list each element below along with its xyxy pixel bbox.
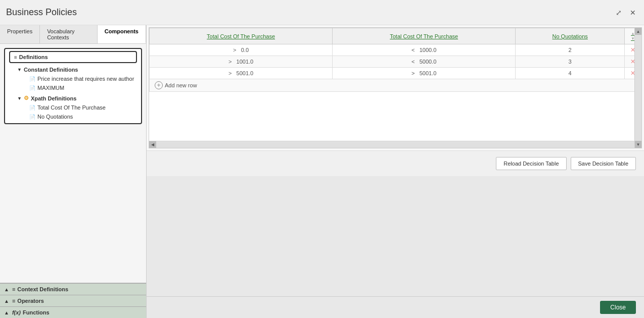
window-title: Business Policies [6,7,77,18]
definitions-list-icon: ≡ [14,55,17,60]
doc-icon-2: 📄 [29,85,35,91]
cell-result-r2: 3 [516,56,625,68]
functions-label: Functions [23,309,50,315]
functions-caret-icon: ▲ [4,310,9,315]
operators-label: Operators [17,298,44,304]
tree-area: ≡ Definitions ▼ Constant Definitions 📄 P… [0,44,146,283]
scroll-left-button[interactable]: ◀ [149,141,156,148]
cell-op2-r3: > 5001.0 [333,68,516,79]
doc-icon-4: 📄 [29,114,35,120]
main-window: Business Policies ⤢ ✕ Properties Vocabul… [0,0,644,318]
tree-item-label-no-quot: No Quotations [37,114,73,120]
doc-icon-1: 📄 [29,76,35,82]
decision-table: Total Cost Of The Purchase Total Cost Of… [149,28,641,92]
doc-icon-3: 📄 [29,105,35,111]
reload-decision-table-button[interactable]: Reload Decision Table [496,157,566,170]
bp-icon-list: ≡ [12,286,15,292]
tree-item-maximum[interactable]: 📄 MAXIMUM [13,83,141,92]
close-window-button[interactable]: ✕ [628,8,638,18]
add-row-label: Add new row [165,82,197,88]
tree-item-label-price: Price increase that requires new author [37,76,134,82]
constant-definitions-label: Constant Definitions [24,67,78,73]
operators-caret-icon: ▲ [4,298,9,304]
tree-item-no-quotations[interactable]: 📄 No Quotations [13,112,141,121]
add-row-row: + Add new row [150,79,641,92]
panel-operators[interactable]: ▲ ≡ Operators [0,295,146,306]
bp-icon-fn: f(x) [12,309,21,315]
cell-op1-r2: > 1001.0 [150,56,333,68]
main-content: Properties Vocabulary Contexts Component… [0,25,644,318]
cell-op2-r1: < 1000.0 [333,44,516,56]
add-row-cell[interactable]: + Add new row [150,79,641,92]
xpath-definitions-label: Xpath Definitions [31,95,76,101]
spacer [147,176,644,296]
definitions-label: Definitions [19,54,48,60]
col-header-3[interactable]: No Quotations [516,28,625,44]
xpath-gear-icon: ⚙ [24,95,29,101]
constant-definitions-group: ▼ Constant Definitions 📄 Price increase … [13,65,141,92]
action-area: Reload Decision Table Save Decision Tabl… [147,150,644,176]
table-row: > 0.0 < 1000.0 2 ✕ [150,44,641,56]
col-header-1[interactable]: Total Cost Of The Purchase [150,28,333,44]
scroll-up-button[interactable]: ▲ [635,28,642,35]
tab-components[interactable]: Components [98,25,146,43]
xpath-definitions-header[interactable]: ▼ ⚙ Xpath Definitions [13,93,141,103]
panel-functions[interactable]: ▲ f(x) Functions [0,306,146,318]
close-bar: Close [147,296,644,318]
cell-result-r3: 4 [516,68,625,79]
title-bar: Business Policies ⤢ ✕ [0,0,644,25]
right-panel: Total Cost Of The Purchase Total Cost Of… [147,25,644,318]
tab-bar: Properties Vocabulary Contexts Component… [0,25,146,44]
v-scrollbar: ▲ ▼ [634,28,641,148]
scroll-down-button[interactable]: ▼ [635,141,642,148]
col-header-2[interactable]: Total Cost Of The Purchase [333,28,516,44]
title-controls: ⤢ ✕ [614,8,638,18]
context-caret-icon: ▲ [4,287,9,292]
add-circle-icon: + [155,81,163,89]
tree-item-price-increase[interactable]: 📄 Price increase that requires new autho… [13,74,141,83]
cell-result-r1: 2 [516,44,625,56]
left-panel: Properties Vocabulary Contexts Component… [0,25,147,318]
add-row-button[interactable]: + Add new row [155,81,197,89]
definitions-header[interactable]: ≡ Definitions [9,51,137,63]
xpath-definitions-group: ▼ ⚙ Xpath Definitions 📄 Total Cost Of Th… [13,93,141,121]
tab-properties[interactable]: Properties [0,25,40,43]
definitions-group: ≡ Definitions ▼ Constant Definitions 📄 P… [4,48,142,124]
table-row: > 5001.0 > 5001.0 4 ✕ [150,68,641,79]
decision-table-container[interactable]: Total Cost Of The Purchase Total Cost Of… [149,27,642,148]
tab-vocabulary[interactable]: Vocabulary Contexts [40,25,98,43]
cell-op1-r1: > 0.0 [150,44,333,56]
bottom-panels: ▲ ≡ Context Definitions ▲ ≡ Operators ▲ … [0,283,146,318]
constant-caret-icon: ▼ [17,67,22,72]
h-scrollbar: ◀ ▶ [149,141,641,148]
cell-op1-r3: > 5001.0 [150,68,333,79]
tree-item-label-total: Total Cost Of The Purchase [37,104,106,111]
context-definitions-label: Context Definitions [17,286,68,292]
close-button[interactable]: Close [600,301,636,314]
constant-definitions-header[interactable]: ▼ Constant Definitions [13,65,141,74]
tree-item-label-max: MAXIMUM [37,85,64,91]
table-row: > 1001.0 < 5000.0 3 ✕ [150,56,641,68]
bp-icon-list2: ≡ [12,298,15,304]
fullscreen-button[interactable]: ⤢ [614,8,624,18]
tree-item-total-cost[interactable]: 📄 Total Cost Of The Purchase [13,103,141,112]
xpath-caret-icon: ▼ [17,96,22,101]
save-decision-table-button[interactable]: Save Decision Table [571,157,636,170]
panel-context-definitions[interactable]: ▲ ≡ Context Definitions [0,283,146,295]
cell-op2-r2: < 5000.0 [333,56,516,68]
